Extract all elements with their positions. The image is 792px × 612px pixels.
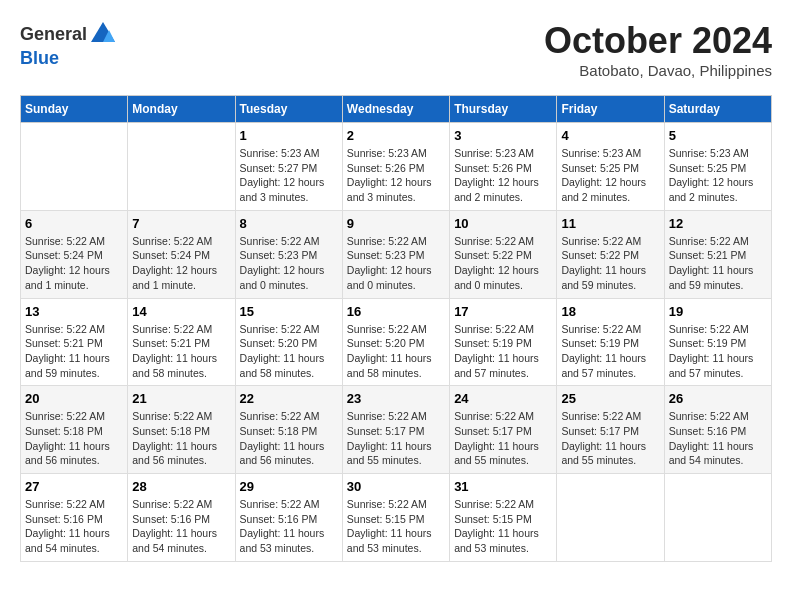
calendar-cell: 2Sunrise: 5:23 AMSunset: 5:26 PMDaylight… <box>342 123 449 211</box>
day-details: Sunrise: 5:22 AMSunset: 5:22 PMDaylight:… <box>454 234 552 293</box>
calendar-table: SundayMondayTuesdayWednesdayThursdayFrid… <box>20 95 772 562</box>
day-details: Sunrise: 5:23 AMSunset: 5:25 PMDaylight:… <box>669 146 767 205</box>
day-number: 30 <box>347 479 445 494</box>
day-details: Sunrise: 5:22 AMSunset: 5:21 PMDaylight:… <box>25 322 123 381</box>
logo-general: General <box>20 24 87 45</box>
day-details: Sunrise: 5:22 AMSunset: 5:19 PMDaylight:… <box>669 322 767 381</box>
day-details: Sunrise: 5:23 AMSunset: 5:26 PMDaylight:… <box>347 146 445 205</box>
calendar-cell: 5Sunrise: 5:23 AMSunset: 5:25 PMDaylight… <box>664 123 771 211</box>
calendar-cell: 22Sunrise: 5:22 AMSunset: 5:18 PMDayligh… <box>235 386 342 474</box>
day-details: Sunrise: 5:22 AMSunset: 5:20 PMDaylight:… <box>240 322 338 381</box>
day-details: Sunrise: 5:22 AMSunset: 5:18 PMDaylight:… <box>25 409 123 468</box>
day-number: 25 <box>561 391 659 406</box>
calendar-cell: 29Sunrise: 5:22 AMSunset: 5:16 PMDayligh… <box>235 474 342 562</box>
calendar-cell: 16Sunrise: 5:22 AMSunset: 5:20 PMDayligh… <box>342 298 449 386</box>
day-number: 13 <box>25 304 123 319</box>
day-details: Sunrise: 5:22 AMSunset: 5:19 PMDaylight:… <box>454 322 552 381</box>
weekday-header: Monday <box>128 96 235 123</box>
day-number: 15 <box>240 304 338 319</box>
day-number: 5 <box>669 128 767 143</box>
calendar-cell: 1Sunrise: 5:23 AMSunset: 5:27 PMDaylight… <box>235 123 342 211</box>
day-number: 27 <box>25 479 123 494</box>
day-number: 7 <box>132 216 230 231</box>
title-area: October 2024 Batobato, Davao, Philippine… <box>544 20 772 79</box>
day-number: 1 <box>240 128 338 143</box>
day-details: Sunrise: 5:22 AMSunset: 5:16 PMDaylight:… <box>25 497 123 556</box>
calendar-week-row: 27Sunrise: 5:22 AMSunset: 5:16 PMDayligh… <box>21 474 772 562</box>
day-details: Sunrise: 5:22 AMSunset: 5:17 PMDaylight:… <box>347 409 445 468</box>
day-number: 18 <box>561 304 659 319</box>
calendar-cell: 12Sunrise: 5:22 AMSunset: 5:21 PMDayligh… <box>664 210 771 298</box>
day-number: 9 <box>347 216 445 231</box>
day-number: 31 <box>454 479 552 494</box>
calendar-cell: 9Sunrise: 5:22 AMSunset: 5:23 PMDaylight… <box>342 210 449 298</box>
calendar-cell: 7Sunrise: 5:22 AMSunset: 5:24 PMDaylight… <box>128 210 235 298</box>
calendar-cell: 17Sunrise: 5:22 AMSunset: 5:19 PMDayligh… <box>450 298 557 386</box>
calendar-cell: 31Sunrise: 5:22 AMSunset: 5:15 PMDayligh… <box>450 474 557 562</box>
day-number: 10 <box>454 216 552 231</box>
month-title: October 2024 <box>544 20 772 62</box>
weekday-header: Wednesday <box>342 96 449 123</box>
calendar-week-row: 6Sunrise: 5:22 AMSunset: 5:24 PMDaylight… <box>21 210 772 298</box>
day-number: 28 <box>132 479 230 494</box>
day-details: Sunrise: 5:22 AMSunset: 5:22 PMDaylight:… <box>561 234 659 293</box>
calendar-cell: 15Sunrise: 5:22 AMSunset: 5:20 PMDayligh… <box>235 298 342 386</box>
day-details: Sunrise: 5:22 AMSunset: 5:16 PMDaylight:… <box>240 497 338 556</box>
calendar-cell: 30Sunrise: 5:22 AMSunset: 5:15 PMDayligh… <box>342 474 449 562</box>
logo-blue: Blue <box>20 48 59 68</box>
day-details: Sunrise: 5:22 AMSunset: 5:21 PMDaylight:… <box>132 322 230 381</box>
calendar-cell: 28Sunrise: 5:22 AMSunset: 5:16 PMDayligh… <box>128 474 235 562</box>
day-number: 21 <box>132 391 230 406</box>
day-number: 11 <box>561 216 659 231</box>
weekday-header: Friday <box>557 96 664 123</box>
calendar-cell: 21Sunrise: 5:22 AMSunset: 5:18 PMDayligh… <box>128 386 235 474</box>
day-details: Sunrise: 5:22 AMSunset: 5:18 PMDaylight:… <box>240 409 338 468</box>
calendar-cell <box>557 474 664 562</box>
page-header: General Blue October 2024 Batobato, Dava… <box>20 20 772 79</box>
calendar-week-row: 13Sunrise: 5:22 AMSunset: 5:21 PMDayligh… <box>21 298 772 386</box>
logo: General Blue <box>20 20 117 69</box>
day-details: Sunrise: 5:23 AMSunset: 5:26 PMDaylight:… <box>454 146 552 205</box>
day-details: Sunrise: 5:22 AMSunset: 5:17 PMDaylight:… <box>561 409 659 468</box>
calendar-cell: 20Sunrise: 5:22 AMSunset: 5:18 PMDayligh… <box>21 386 128 474</box>
day-details: Sunrise: 5:22 AMSunset: 5:21 PMDaylight:… <box>669 234 767 293</box>
day-details: Sunrise: 5:23 AMSunset: 5:27 PMDaylight:… <box>240 146 338 205</box>
day-details: Sunrise: 5:22 AMSunset: 5:24 PMDaylight:… <box>132 234 230 293</box>
day-details: Sunrise: 5:22 AMSunset: 5:15 PMDaylight:… <box>347 497 445 556</box>
day-details: Sunrise: 5:22 AMSunset: 5:18 PMDaylight:… <box>132 409 230 468</box>
day-number: 16 <box>347 304 445 319</box>
location-title: Batobato, Davao, Philippines <box>544 62 772 79</box>
weekday-header: Thursday <box>450 96 557 123</box>
day-number: 6 <box>25 216 123 231</box>
calendar-cell: 11Sunrise: 5:22 AMSunset: 5:22 PMDayligh… <box>557 210 664 298</box>
calendar-cell: 4Sunrise: 5:23 AMSunset: 5:25 PMDaylight… <box>557 123 664 211</box>
weekday-header-row: SundayMondayTuesdayWednesdayThursdayFrid… <box>21 96 772 123</box>
calendar-cell: 23Sunrise: 5:22 AMSunset: 5:17 PMDayligh… <box>342 386 449 474</box>
day-number: 2 <box>347 128 445 143</box>
day-number: 20 <box>25 391 123 406</box>
calendar-cell <box>128 123 235 211</box>
calendar-cell: 3Sunrise: 5:23 AMSunset: 5:26 PMDaylight… <box>450 123 557 211</box>
day-number: 29 <box>240 479 338 494</box>
calendar-cell: 10Sunrise: 5:22 AMSunset: 5:22 PMDayligh… <box>450 210 557 298</box>
calendar-cell <box>664 474 771 562</box>
day-number: 8 <box>240 216 338 231</box>
day-number: 22 <box>240 391 338 406</box>
day-number: 26 <box>669 391 767 406</box>
calendar-cell: 25Sunrise: 5:22 AMSunset: 5:17 PMDayligh… <box>557 386 664 474</box>
calendar-week-row: 20Sunrise: 5:22 AMSunset: 5:18 PMDayligh… <box>21 386 772 474</box>
day-details: Sunrise: 5:22 AMSunset: 5:23 PMDaylight:… <box>240 234 338 293</box>
weekday-header: Tuesday <box>235 96 342 123</box>
day-details: Sunrise: 5:22 AMSunset: 5:17 PMDaylight:… <box>454 409 552 468</box>
calendar-cell <box>21 123 128 211</box>
weekday-header: Saturday <box>664 96 771 123</box>
calendar-cell: 24Sunrise: 5:22 AMSunset: 5:17 PMDayligh… <box>450 386 557 474</box>
calendar-cell: 14Sunrise: 5:22 AMSunset: 5:21 PMDayligh… <box>128 298 235 386</box>
day-number: 12 <box>669 216 767 231</box>
calendar-cell: 19Sunrise: 5:22 AMSunset: 5:19 PMDayligh… <box>664 298 771 386</box>
calendar-cell: 27Sunrise: 5:22 AMSunset: 5:16 PMDayligh… <box>21 474 128 562</box>
day-details: Sunrise: 5:22 AMSunset: 5:16 PMDaylight:… <box>132 497 230 556</box>
day-number: 23 <box>347 391 445 406</box>
calendar-cell: 18Sunrise: 5:22 AMSunset: 5:19 PMDayligh… <box>557 298 664 386</box>
calendar-cell: 6Sunrise: 5:22 AMSunset: 5:24 PMDaylight… <box>21 210 128 298</box>
